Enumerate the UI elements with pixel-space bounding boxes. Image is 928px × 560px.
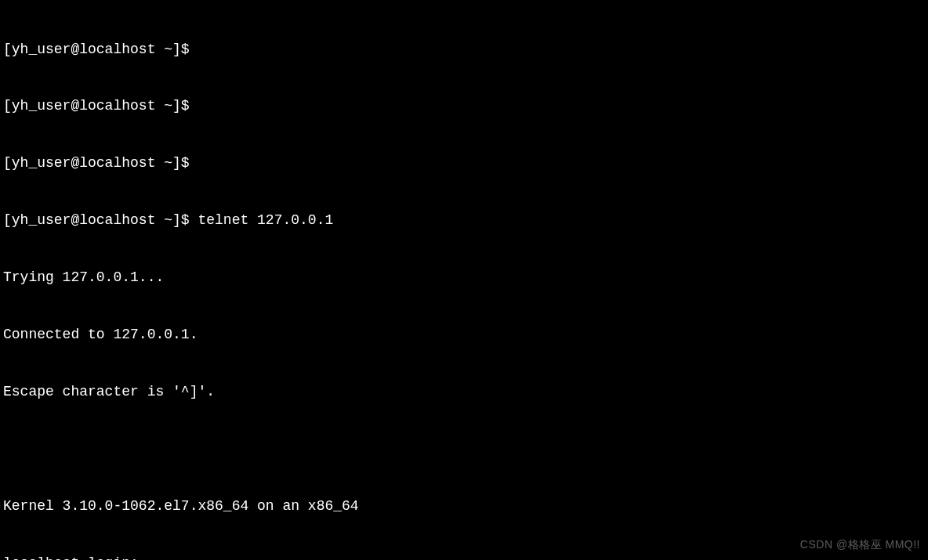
terminal-line: [yh_user@localhost ~]$ <box>3 96 925 115</box>
watermark-text: CSDN @格格巫 MMQ!! <box>800 537 920 552</box>
terminal-line: [yh_user@localhost ~]$ <box>3 154 925 172</box>
terminal-line: localhost login: <box>3 554 925 560</box>
terminal-line: Connected to 127.0.0.1. <box>3 325 925 344</box>
terminal-line: [yh_user@localhost ~]$ <box>3 40 925 59</box>
terminal-line: [yh_user@localhost ~]$ telnet 127.0.0.1 <box>3 211 925 229</box>
terminal-line: Trying 127.0.0.1... <box>3 268 925 287</box>
terminal-line <box>3 439 925 458</box>
terminal-line: Kernel 3.10.0-1062.el7.x86_64 on an x86_… <box>3 497 925 515</box>
terminal-line: Escape character is '^]'. <box>3 382 925 401</box>
terminal-output[interactable]: [yh_user@localhost ~]$ [yh_user@localhos… <box>3 2 925 560</box>
